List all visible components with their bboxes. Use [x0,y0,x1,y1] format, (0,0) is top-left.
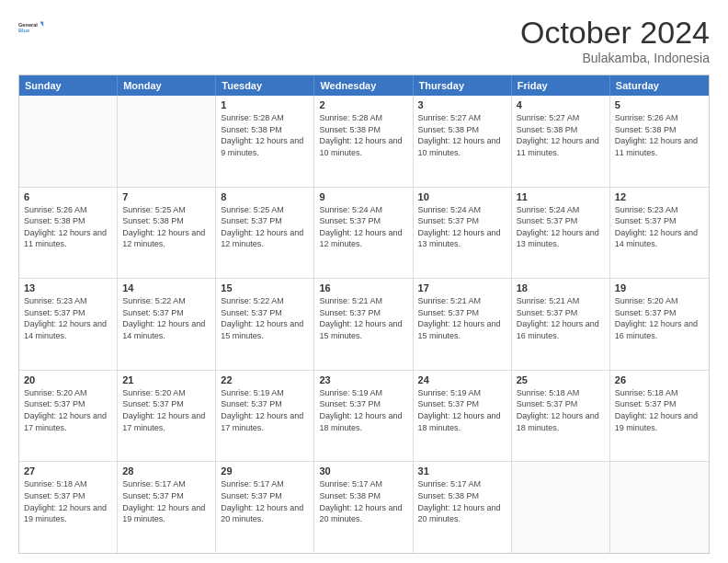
calendar-cell: 24Sunrise: 5:19 AM Sunset: 5:37 PM Dayli… [414,371,512,462]
day-info: Sunrise: 5:17 AM Sunset: 5:37 PM Dayligh… [122,478,210,524]
calendar-cell: 26Sunrise: 5:18 AM Sunset: 5:37 PM Dayli… [610,371,709,462]
day-info: Sunrise: 5:20 AM Sunset: 5:37 PM Dayligh… [615,295,704,341]
day-info: Sunrise: 5:24 AM Sunset: 5:37 PM Dayligh… [319,204,407,250]
calendar-cell: 6Sunrise: 5:26 AM Sunset: 5:38 PM Daylig… [19,188,118,279]
day-number: 26 [615,374,704,385]
calendar-row: 13Sunrise: 5:23 AM Sunset: 5:37 PM Dayli… [19,278,709,370]
day-number: 5 [615,99,704,110]
day-info: Sunrise: 5:17 AM Sunset: 5:38 PM Dayligh… [418,478,506,524]
calendar-cell: 11Sunrise: 5:24 AM Sunset: 5:37 PM Dayli… [512,188,610,279]
month-title: October 2024 [520,15,710,51]
day-info: Sunrise: 5:23 AM Sunset: 5:37 PM Dayligh… [24,295,112,341]
day-info: Sunrise: 5:19 AM Sunset: 5:37 PM Dayligh… [221,387,309,433]
calendar-row: 1Sunrise: 5:28 AM Sunset: 5:38 PM Daylig… [19,96,709,187]
calendar-cell: 1Sunrise: 5:28 AM Sunset: 5:38 PM Daylig… [216,96,314,187]
day-info: Sunrise: 5:22 AM Sunset: 5:37 PM Dayligh… [122,295,210,341]
day-info: Sunrise: 5:19 AM Sunset: 5:37 PM Dayligh… [319,387,407,433]
svg-text:Blue: Blue [18,28,29,33]
day-info: Sunrise: 5:24 AM Sunset: 5:37 PM Dayligh… [517,204,605,250]
day-number: 6 [24,191,112,202]
calendar-header-cell: Saturday [610,75,709,96]
day-number: 12 [615,191,704,202]
day-number: 18 [517,282,605,293]
calendar-cell: 13Sunrise: 5:23 AM Sunset: 5:37 PM Dayli… [19,279,118,370]
day-info: Sunrise: 5:17 AM Sunset: 5:37 PM Dayligh… [221,478,309,524]
calendar-cell [512,462,610,553]
calendar-header-cell: Friday [512,75,610,96]
calendar-header: SundayMondayTuesdayWednesdayThursdayFrid… [19,75,709,96]
day-number: 27 [24,465,112,477]
title-area: October 2024 Bulakamba, Indonesia [520,15,710,65]
day-number: 29 [221,465,309,477]
svg-marker-2 [40,22,43,28]
day-info: Sunrise: 5:17 AM Sunset: 5:38 PM Dayligh… [319,478,407,524]
calendar-cell: 5Sunrise: 5:26 AM Sunset: 5:38 PM Daylig… [610,96,709,187]
calendar-header-cell: Sunday [19,75,118,96]
day-info: Sunrise: 5:20 AM Sunset: 5:37 PM Dayligh… [24,387,112,433]
day-number: 11 [517,191,605,202]
day-number: 2 [319,99,407,110]
calendar-cell: 28Sunrise: 5:17 AM Sunset: 5:37 PM Dayli… [118,462,216,553]
subtitle: Bulakamba, Indonesia [520,51,710,65]
day-number: 1 [221,99,309,110]
calendar-row: 27Sunrise: 5:18 AM Sunset: 5:37 PM Dayli… [19,461,709,553]
day-info: Sunrise: 5:28 AM Sunset: 5:38 PM Dayligh… [221,112,309,158]
calendar: SundayMondayTuesdayWednesdayThursdayFrid… [18,75,710,554]
day-number: 30 [319,465,407,477]
calendar-header-cell: Thursday [414,75,512,96]
day-info: Sunrise: 5:21 AM Sunset: 5:37 PM Dayligh… [418,295,506,341]
calendar-cell: 23Sunrise: 5:19 AM Sunset: 5:37 PM Dayli… [314,371,413,462]
day-number: 21 [122,374,210,385]
day-info: Sunrise: 5:22 AM Sunset: 5:37 PM Dayligh… [221,295,309,341]
calendar-cell [610,462,709,553]
page: GeneralBlue October 2024 Bulakamba, Indo… [0,0,728,563]
calendar-cell: 18Sunrise: 5:21 AM Sunset: 5:37 PM Dayli… [512,279,610,370]
day-info: Sunrise: 5:18 AM Sunset: 5:37 PM Dayligh… [517,387,605,433]
day-info: Sunrise: 5:21 AM Sunset: 5:37 PM Dayligh… [517,295,605,341]
day-number: 25 [517,374,605,385]
calendar-body: 1Sunrise: 5:28 AM Sunset: 5:38 PM Daylig… [19,96,709,553]
calendar-cell [118,96,216,187]
logo: GeneralBlue [18,15,44,40]
calendar-cell: 27Sunrise: 5:18 AM Sunset: 5:37 PM Dayli… [19,462,118,553]
day-info: Sunrise: 5:20 AM Sunset: 5:37 PM Dayligh… [122,387,210,433]
day-info: Sunrise: 5:26 AM Sunset: 5:38 PM Dayligh… [615,112,704,158]
calendar-cell: 21Sunrise: 5:20 AM Sunset: 5:37 PM Dayli… [118,371,216,462]
day-info: Sunrise: 5:19 AM Sunset: 5:37 PM Dayligh… [418,387,506,433]
calendar-cell: 16Sunrise: 5:21 AM Sunset: 5:37 PM Dayli… [314,279,413,370]
day-number: 8 [221,191,309,202]
calendar-cell: 30Sunrise: 5:17 AM Sunset: 5:38 PM Dayli… [314,462,413,553]
day-number: 31 [418,465,506,477]
calendar-cell: 8Sunrise: 5:25 AM Sunset: 5:37 PM Daylig… [216,188,314,279]
calendar-cell: 12Sunrise: 5:23 AM Sunset: 5:37 PM Dayli… [610,188,709,279]
calendar-cell: 29Sunrise: 5:17 AM Sunset: 5:37 PM Dayli… [216,462,314,553]
calendar-cell [19,96,118,187]
calendar-cell: 9Sunrise: 5:24 AM Sunset: 5:37 PM Daylig… [314,188,413,279]
day-number: 15 [221,282,309,293]
calendar-cell: 25Sunrise: 5:18 AM Sunset: 5:37 PM Dayli… [512,371,610,462]
day-number: 24 [418,374,506,385]
calendar-row: 20Sunrise: 5:20 AM Sunset: 5:37 PM Dayli… [19,370,709,462]
svg-text:General: General [18,22,38,28]
day-info: Sunrise: 5:25 AM Sunset: 5:37 PM Dayligh… [221,204,309,250]
day-info: Sunrise: 5:27 AM Sunset: 5:38 PM Dayligh… [418,112,506,158]
calendar-header-cell: Wednesday [314,75,413,96]
day-number: 3 [418,99,506,110]
calendar-cell: 19Sunrise: 5:20 AM Sunset: 5:37 PM Dayli… [610,279,709,370]
calendar-cell: 2Sunrise: 5:28 AM Sunset: 5:38 PM Daylig… [314,96,413,187]
day-number: 4 [517,99,605,110]
day-info: Sunrise: 5:26 AM Sunset: 5:38 PM Dayligh… [24,204,112,250]
calendar-cell: 17Sunrise: 5:21 AM Sunset: 5:37 PM Dayli… [414,279,512,370]
header: GeneralBlue October 2024 Bulakamba, Indo… [18,15,710,65]
day-info: Sunrise: 5:23 AM Sunset: 5:37 PM Dayligh… [615,204,704,250]
day-info: Sunrise: 5:18 AM Sunset: 5:37 PM Dayligh… [24,478,112,524]
day-info: Sunrise: 5:18 AM Sunset: 5:37 PM Dayligh… [615,387,704,433]
calendar-cell: 15Sunrise: 5:22 AM Sunset: 5:37 PM Dayli… [216,279,314,370]
day-number: 23 [319,374,407,385]
calendar-header-cell: Monday [118,75,216,96]
day-number: 16 [319,282,407,293]
calendar-cell: 7Sunrise: 5:25 AM Sunset: 5:38 PM Daylig… [118,188,216,279]
day-number: 20 [24,374,112,385]
calendar-cell: 20Sunrise: 5:20 AM Sunset: 5:37 PM Dayli… [19,371,118,462]
calendar-cell: 4Sunrise: 5:27 AM Sunset: 5:38 PM Daylig… [512,96,610,187]
